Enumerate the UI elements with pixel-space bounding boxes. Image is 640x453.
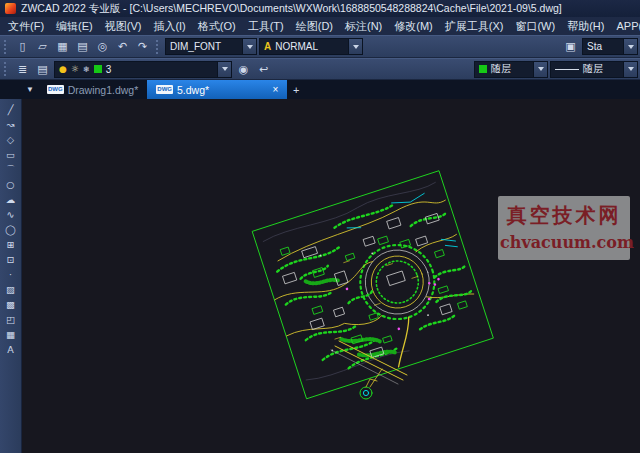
tab-label: 5.dwg*: [177, 84, 209, 96]
menu-item-insert[interactable]: 插入(I): [147, 17, 191, 35]
style-group: ▣ Sta: [561, 38, 638, 56]
tool-table-icon[interactable]: ▦: [2, 327, 20, 342]
menu-item-express-tools[interactable]: 扩展工具(X): [439, 17, 510, 35]
watermark: 真空技术网 chvacuum.com: [498, 196, 630, 260]
tool-make-block-icon[interactable]: ⊡: [2, 252, 20, 267]
chevron-down-icon: [533, 62, 547, 77]
tool-circle-icon[interactable]: ○: [2, 177, 20, 192]
new-tab-icon[interactable]: +: [287, 80, 305, 99]
tool-text-icon[interactable]: A: [2, 342, 20, 357]
watermark-url: chvacuum.com: [500, 233, 628, 252]
plot-icon[interactable]: ▤: [73, 38, 92, 56]
draw-toolbar: ╱↝◇▭⌒○☁∿◯⊞⊡·▨▩◰▦A: [0, 99, 22, 453]
site-plan-drawing: [22, 99, 640, 453]
redo-icon[interactable]: ↷: [133, 38, 152, 56]
toolbar-grip: [4, 62, 8, 76]
layer-vp-freeze-icon: ❄: [79, 65, 90, 74]
linetype-combo[interactable]: 随层: [550, 61, 638, 78]
layer-color-swatch: [94, 65, 102, 73]
tool-arc-icon[interactable]: ⌒: [2, 162, 20, 177]
window-title: ZWCAD 2022 专业版 - [C:\Users\MECHREVO\Docu…: [21, 2, 562, 16]
tool-line-icon[interactable]: ╱: [2, 102, 20, 117]
toolbar-grip: [4, 40, 8, 54]
standard-toolbar: ▯▱▦▤◎↶↷ DIM_FONT A NORMAL ▣ Sta: [0, 35, 640, 58]
layer-on-bulb-icon: ●: [55, 64, 67, 74]
menu-item-view[interactable]: 视图(V): [99, 17, 148, 35]
current-color-swatch: [479, 65, 487, 73]
menu-item-app[interactable]: APP(P): [610, 17, 640, 35]
watermark-site-name: 真空技术网: [500, 202, 628, 229]
save-icon[interactable]: ▦: [53, 38, 72, 56]
tool-ellipse-icon[interactable]: ◯: [2, 222, 20, 237]
style-manager-icon[interactable]: ▣: [561, 38, 580, 56]
menu-item-tools[interactable]: 工具(T): [242, 17, 290, 35]
chevron-down-icon: [623, 39, 637, 54]
tool-polygon-icon[interactable]: ◇: [2, 132, 20, 147]
tool-rectangle-icon[interactable]: ▭: [2, 147, 20, 162]
standard-style-value: Sta: [583, 41, 623, 52]
layer-freeze-icon: ☼: [67, 64, 79, 74]
linetype-sample-icon: [555, 69, 579, 70]
menu-item-draw[interactable]: 绘图(D): [290, 17, 339, 35]
dim-style-combo[interactable]: DIM_FONT: [165, 38, 257, 55]
menu-item-modify[interactable]: 修改(M): [388, 17, 439, 35]
current-linetype-value: 随层: [579, 62, 623, 76]
menu-item-edit[interactable]: 编辑(E): [50, 17, 99, 35]
layer-combo[interactable]: ● ☼ ❄ 3: [54, 61, 232, 78]
layers-toolbar: ≣▤ ● ☼ ❄ 3 ◉↩ 随层 随层: [0, 58, 640, 80]
tool-region-icon[interactable]: ◰: [2, 312, 20, 327]
text-style-a-icon: A: [260, 41, 271, 52]
chevron-down-icon: [623, 62, 637, 77]
tool-gradient-icon[interactable]: ▩: [2, 297, 20, 312]
chevron-down-icon: [242, 39, 256, 54]
zwcad-logo-icon: [5, 3, 16, 14]
current-layer-name: 3: [102, 64, 217, 75]
tool-hatch-icon[interactable]: ▨: [2, 282, 20, 297]
new-icon[interactable]: ▯: [13, 38, 32, 56]
standard-style-combo[interactable]: Sta: [582, 38, 638, 55]
dwg-file-icon: DWG: [156, 85, 173, 94]
make-layer-current-icon[interactable]: ◉: [234, 60, 253, 78]
chevron-down-icon: [217, 62, 231, 77]
color-combo[interactable]: 随层: [474, 61, 548, 78]
drawing-canvas[interactable]: 真空技术网 chvacuum.com: [22, 99, 640, 453]
menu-item-dimension[interactable]: 标注(N): [339, 17, 388, 35]
chevron-down-icon: [348, 39, 362, 54]
menu-item-help[interactable]: 帮助(H): [561, 17, 610, 35]
open-icon[interactable]: ▱: [33, 38, 52, 56]
text-style-combo[interactable]: A NORMAL: [259, 38, 363, 55]
undo-icon[interactable]: ↶: [113, 38, 132, 56]
menu-item-window[interactable]: 窗口(W): [509, 17, 561, 35]
file-tab-bar: ▼ DWG Drawing1.dwg* DWG 5.dwg* × +: [0, 80, 640, 99]
dim-style-value: DIM_FONT: [166, 41, 242, 52]
tool-spline-icon[interactable]: ∿: [2, 207, 20, 222]
tab-list-dropdown-icon[interactable]: ▼: [22, 80, 38, 99]
tab-5dwg[interactable]: DWG 5.dwg* ×: [147, 80, 287, 99]
tool-polyline-icon[interactable]: ↝: [2, 117, 20, 132]
tool-revcloud-icon[interactable]: ☁: [2, 192, 20, 207]
properties-group: 随层 随层: [474, 61, 638, 78]
menu-item-format[interactable]: 格式(O): [192, 17, 242, 35]
print-preview-icon[interactable]: ◎: [93, 38, 112, 56]
tab-label: Drawing1.dwg*: [68, 84, 139, 96]
layer-states-icon[interactable]: ▤: [33, 60, 52, 78]
close-tab-icon[interactable]: ×: [272, 85, 278, 95]
title-bar: ZWCAD 2022 专业版 - [C:\Users\MECHREVO\Docu…: [0, 0, 640, 17]
main-area: ╱↝◇▭⌒○☁∿◯⊞⊡·▨▩◰▦A: [0, 99, 640, 453]
tool-insert-block-icon[interactable]: ⊞: [2, 237, 20, 252]
zwcad-window: ZWCAD 2022 专业版 - [C:\Users\MECHREVO\Docu…: [0, 0, 640, 453]
tab-drawing1[interactable]: DWG Drawing1.dwg*: [38, 80, 147, 99]
layer-properties-icon[interactable]: ≣: [13, 60, 32, 78]
tool-point-icon[interactable]: ·: [2, 267, 20, 282]
dwg-file-icon: DWG: [47, 85, 64, 94]
menu-item-file[interactable]: 文件(F): [2, 17, 50, 35]
layer-previous-icon[interactable]: ↩: [254, 60, 273, 78]
text-style-value: NORMAL: [271, 41, 348, 52]
toolbar-grip: [156, 40, 160, 54]
current-color-value: 随层: [487, 62, 533, 76]
menu-bar: 文件(F)编辑(E)视图(V)插入(I)格式(O)工具(T)绘图(D)标注(N)…: [0, 17, 640, 35]
